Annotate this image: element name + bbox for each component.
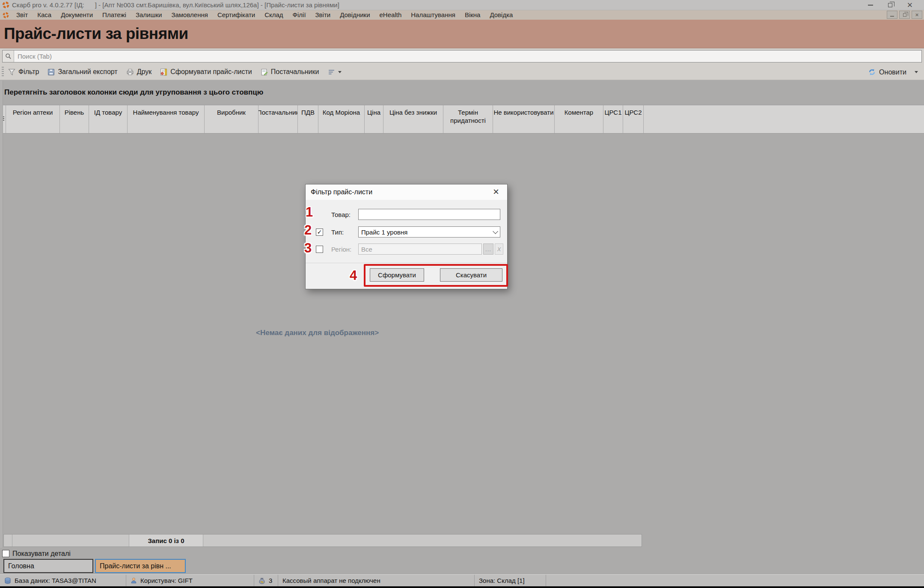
menu-item-vikna[interactable]: Вікна [460,10,485,20]
annotation-3: 3 [304,241,312,255]
close-button[interactable]: × [900,0,920,10]
search-box[interactable] [2,50,922,62]
status-cash-register: Кассовый аппарат не подключен [278,575,475,586]
column-header-naimenuvannia-tovaru[interactable]: Найменування товару [128,105,205,133]
search-input[interactable] [14,50,921,62]
dialog-close-button[interactable]: × [487,185,505,198]
mdi-minimize-button[interactable] [887,11,897,19]
export-button[interactable]: Загальний експорт [43,65,122,79]
toolbar: Фільтр Загальний експорт Друк Сформувати… [0,64,924,80]
refresh-icon [868,68,876,76]
menu-item-kasa[interactable]: Каса [33,10,56,20]
window-title: Скарб pro v. 4.0.2.77 [ІД: ] - [Апт №003… [12,1,339,9]
record-navigation-bar: Запис 0 із 0 [3,534,642,547]
restore-button[interactable] [880,0,900,10]
dialog-separator [306,263,507,263]
search-icon [3,50,14,62]
product-input[interactable] [358,209,500,220]
refresh-button[interactable]: Оновити [864,65,911,79]
app-logo-icon [2,1,9,9]
filter-button[interactable]: Фільтр [4,65,43,79]
refresh-caret-icon[interactable] [915,71,918,73]
menu-item-filii[interactable]: Філії [288,10,311,20]
suppliers-button[interactable]: Постачальники [256,65,324,79]
region-browse-button[interactable]: ... [483,244,493,255]
titlebar: Скарб pro v. 4.0.2.77 [ІД: ] - [Апт №003… [0,0,924,10]
region-clear-button[interactable]: X [495,244,503,255]
print-button[interactable]: Друк [122,65,156,79]
type-checkbox[interactable]: ✓ [316,229,323,236]
mdi-restore-button[interactable] [899,11,910,19]
show-details-label: Показувати деталі [12,550,71,558]
bottom-tabs: Головна Прайс-листи за рівн ... [0,559,924,573]
column-header-termin-prydatnosti[interactable]: Термін придатності [443,105,493,133]
column-header-ne-vykorystovuvaty[interactable]: Не використовувати [493,105,555,133]
menu-item-zvity[interactable]: Звіти [311,10,336,20]
column-header-tsina-bez-znyzhky[interactable]: Ціна без знижки [383,105,443,133]
region-checkbox[interactable] [316,246,323,253]
menu-item-sertyfikaty[interactable]: Сертифікати [213,10,260,20]
minimize-button[interactable] [861,0,880,10]
column-header-kod-moriona[interactable]: Код Моріона [318,105,365,133]
page-title: Прайс-листи за рівнями [0,25,188,43]
menu-item-sklad[interactable]: Склад [260,10,288,20]
show-details-checkbox[interactable] [2,550,9,557]
column-header-komentar[interactable]: Коментар [555,105,603,133]
menu-item-ehealth[interactable]: eHealth [375,10,407,20]
pricelist-icon [160,68,167,76]
type-dropdown[interactable]: Прайс 1 уровня [358,226,500,238]
menu-item-platezhi[interactable]: Платежі [98,10,131,20]
tab-holovna[interactable]: Головна [3,559,93,573]
menu-item-dovidka[interactable]: Довідка [485,10,517,20]
generate-button[interactable]: Сформувати [370,268,424,282]
sort-options-button[interactable] [324,65,346,79]
menu-item-nalashtuvannia[interactable]: Налаштування [406,10,460,20]
product-row: Товар: [306,209,507,220]
mdi-close-button[interactable]: × [912,11,922,19]
tab-price-lists[interactable]: Прайс-листи за рівн ... [95,559,186,573]
annotation-2: 2 [304,223,312,237]
type-dropdown-value: Прайс 1 уровня [361,229,407,236]
column-header-postachalnyk[interactable]: Постачальник [258,105,298,133]
region-row: Регіон: ... X [306,244,507,255]
panel-left-edge [0,80,3,548]
column-header-riven[interactable]: Рівень [60,105,89,133]
column-header-vyrobnyk[interactable]: Виробник [205,105,258,133]
mdi-restore-icon [903,13,906,17]
column-header-tsrs1[interactable]: ЦРС1 [603,105,623,133]
product-label: Товар: [331,211,351,218]
mdi-minimize-icon [890,16,894,17]
menu-item-dovidnyky[interactable]: Довідники [335,10,374,20]
status-cash-count: 3 [254,575,278,586]
filter-icon [8,68,15,76]
column-header-tsrs2[interactable]: ЦРС2 [623,105,644,133]
region-label: Регіон: [331,246,351,253]
page-header: Прайс-листи за рівнями [0,20,924,48]
export-save-icon [48,68,55,76]
record-counter: Запис 0 із 0 [129,535,203,546]
column-header-pdv[interactable]: ПДВ [298,105,318,133]
grid-column-headers: Регіон аптеки Рівень ІД товару Найменува… [0,105,924,134]
suppliers-icon [261,68,268,76]
menu-item-dokumenty[interactable]: Документи [56,10,98,20]
minimize-icon [868,5,873,6]
filter-dialog: Фільтр прайс-листи × Товар: ✓ Тип: Прайс… [305,184,508,289]
column-header-filler [644,105,924,133]
menubar: Звіт Каса Документи Платежі Залишки Замо… [0,10,924,20]
column-header-tsina[interactable]: Ціна [365,105,383,133]
generate-pricelists-button[interactable]: Сформувати прайс-листи [156,65,256,79]
region-input[interactable] [358,244,482,255]
type-label: Тип: [331,229,344,236]
column-header-id-tovaru[interactable]: ІД товару [89,105,128,133]
menu-item-zalyshky[interactable]: Залишки [131,10,167,20]
menu-item-zamovlennia[interactable]: Замовлення [166,10,212,20]
filter-dialog-title: Фільтр прайс-листи [311,188,372,196]
filter-dialog-titlebar[interactable]: Фільтр прайс-листи [306,184,507,200]
search-row [0,48,924,64]
group-by-drop-zone[interactable]: Перетягніть заголовок колонки сюди для у… [0,80,924,105]
menu-item-zvit[interactable]: Звіт [12,10,33,20]
column-header-region-apteky[interactable]: Регіон аптеки [6,105,60,133]
cancel-button[interactable]: Скасувати [440,268,502,282]
show-details-row: Показувати деталі [0,548,924,559]
restore-icon [888,3,892,7]
